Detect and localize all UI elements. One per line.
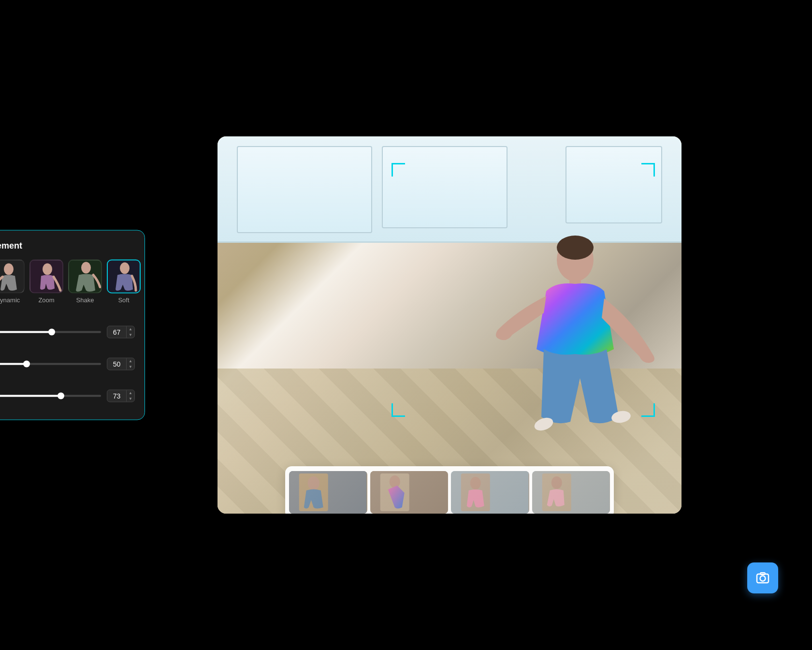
rotation-control: 50 ▲ ▼ xyxy=(0,358,135,370)
window-pane-center xyxy=(382,146,508,228)
movement-options-row: None Dynamic xyxy=(0,260,135,304)
svg-point-16 xyxy=(551,476,562,489)
scale-track[interactable] xyxy=(0,331,101,333)
svg-rect-5 xyxy=(290,471,367,514)
window-pane-right xyxy=(566,146,662,223)
movement-thumb-zoom xyxy=(29,260,63,294)
svg-rect-15 xyxy=(542,473,571,511)
capture-button[interactable] xyxy=(747,562,778,593)
distance-up-arrow[interactable]: ▲ xyxy=(127,390,134,396)
svg-point-25 xyxy=(81,262,91,274)
thumbnail-item[interactable] xyxy=(532,471,610,514)
svg-rect-11 xyxy=(451,471,529,514)
movement-label-dynamic: Dynamic xyxy=(0,296,20,304)
svg-point-10 xyxy=(389,475,400,488)
svg-rect-9 xyxy=(380,473,409,511)
distance-control: 73 ▲ ▼ xyxy=(0,390,135,402)
corner-bracket-bottom-right xyxy=(641,403,655,417)
movement-option-shake[interactable]: Shake xyxy=(68,260,102,304)
movement-option-soft[interactable]: Soft xyxy=(107,260,141,304)
rotation-slider-row: Rotation 50 ▲ ▼ xyxy=(0,346,135,370)
distance-thumb[interactable] xyxy=(58,393,64,399)
background-window xyxy=(218,136,682,243)
rotation-track[interactable] xyxy=(0,363,101,365)
movement-label-soft: Soft xyxy=(118,296,129,304)
thumbnail-item[interactable] xyxy=(289,471,367,514)
thumbnail-strip xyxy=(285,466,614,514)
video-preview-card xyxy=(218,136,682,514)
svg-point-13 xyxy=(470,477,481,489)
corner-bracket-bottom-left xyxy=(392,403,405,417)
distance-down-arrow[interactable]: ▼ xyxy=(127,396,134,402)
scale-thumb[interactable] xyxy=(48,329,55,336)
scale-value: 67 xyxy=(107,326,126,338)
panel-header: AI movement xyxy=(0,240,135,251)
scale-slider-row: Scale 67 ▲ ▼ xyxy=(0,314,135,339)
scale-label: Scale xyxy=(0,314,135,322)
main-scene: AI movement None Dynamic xyxy=(68,59,744,591)
dancer-figure xyxy=(459,233,672,485)
scale-control: 67 ▲ ▼ xyxy=(0,326,135,339)
svg-point-7 xyxy=(308,476,319,490)
rotation-value-box: 50 ▲ ▼ xyxy=(107,358,135,370)
svg-point-21 xyxy=(4,264,14,275)
rotation-label: Rotation xyxy=(0,346,135,354)
svg-rect-8 xyxy=(370,471,448,514)
movement-label-shake: Shake xyxy=(76,296,94,304)
corner-bracket-top-right xyxy=(641,163,655,177)
rotation-thumb[interactable] xyxy=(23,361,30,368)
svg-point-27 xyxy=(120,263,130,274)
distance-value-box: 73 ▲ ▼ xyxy=(107,390,135,402)
svg-point-18 xyxy=(760,576,766,581)
movement-label-zoom: Zoom xyxy=(38,296,54,304)
movement-thumb-dynamic xyxy=(0,260,25,294)
thumbnail-item[interactable] xyxy=(370,471,449,514)
movement-thumb-soft xyxy=(107,260,141,294)
distance-label: Distance xyxy=(0,378,135,386)
scale-down-arrow[interactable]: ▼ xyxy=(127,332,134,338)
rotation-fill xyxy=(0,363,27,365)
movement-thumb-shake xyxy=(68,260,102,294)
rotation-up-arrow[interactable]: ▲ xyxy=(127,358,134,364)
svg-rect-14 xyxy=(532,471,609,514)
rotation-down-arrow[interactable]: ▼ xyxy=(127,364,134,370)
rotation-arrows: ▲ ▼ xyxy=(126,358,134,370)
distance-track[interactable] xyxy=(0,395,101,397)
window-pane-left xyxy=(237,146,372,233)
thumbnail-item[interactable] xyxy=(451,471,529,514)
scale-arrows: ▲ ▼ xyxy=(126,326,134,338)
video-background xyxy=(218,136,682,514)
distance-slider-row: Distance 73 ▲ ▼ xyxy=(0,378,135,402)
capture-icon xyxy=(755,570,770,586)
scale-fill xyxy=(0,331,52,333)
svg-rect-6 xyxy=(299,473,328,511)
rotation-value: 50 xyxy=(107,358,126,370)
movement-option-zoom[interactable]: Zoom xyxy=(29,260,63,304)
svg-point-1 xyxy=(557,236,594,260)
ai-movement-panel: AI movement None Dynamic xyxy=(0,230,145,420)
movement-option-dynamic[interactable]: Dynamic xyxy=(0,260,25,304)
svg-point-23 xyxy=(43,264,52,275)
distance-value: 73 xyxy=(107,390,126,402)
distance-fill xyxy=(0,395,61,397)
scale-value-box: 67 ▲ ▼ xyxy=(107,326,135,339)
corner-bracket-top-left xyxy=(392,163,405,177)
scale-up-arrow[interactable]: ▲ xyxy=(127,326,134,332)
panel-title: AI movement xyxy=(0,240,22,251)
distance-arrows: ▲ ▼ xyxy=(126,390,134,402)
svg-rect-12 xyxy=(461,473,490,511)
